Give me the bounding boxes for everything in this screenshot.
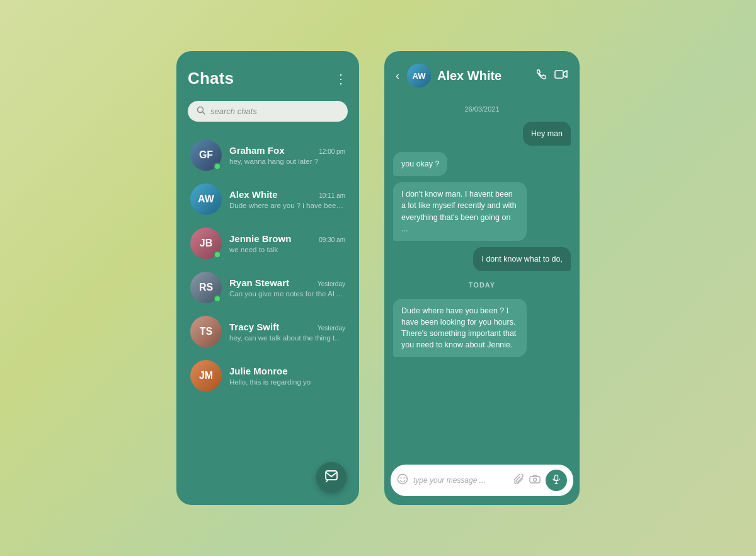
avatar: JM (190, 360, 222, 391)
chat-list-item[interactable]: GF Graham Fox 12:00 pm hey, wanna hang o… (188, 133, 348, 177)
chat-contact-name: Julie Monroe (229, 366, 288, 376)
more-options-icon[interactable]: ⋮ (335, 71, 348, 86)
date-label: 26/03/2021 (393, 105, 571, 113)
chat-info: Alex White 10:11 am Dude where are you ?… (229, 189, 345, 209)
avatar-wrap: AW (190, 183, 222, 215)
compose-icon (324, 469, 338, 486)
today-label: TODAY (393, 281, 571, 289)
avatar-wrap: GF (190, 139, 222, 171)
chat-list-item[interactable]: JB Jennie Brown 09:30 am we need to talk (188, 221, 348, 265)
message-bubble: Dude where have you been ? I have been l… (393, 299, 527, 357)
chat-time: 12:00 pm (319, 148, 345, 155)
chat-list-item[interactable]: AW Alex White 10:11 am Dude where are yo… (188, 177, 348, 221)
message-bubble: I dont know what to do, (473, 247, 571, 271)
chat-contact-name: Ryan Stewart (229, 277, 289, 288)
chat-contact-name: Jennie Brown (229, 233, 291, 244)
chat-list-item[interactable]: TS Tracy Swift Yesterday hey, can we tal… (188, 310, 348, 354)
avatar-wrap: TS (190, 316, 222, 347)
mic-button[interactable] (546, 470, 567, 491)
chat-info: Tracy Swift Yesterday hey, can we talk a… (229, 321, 345, 342)
new-message-fab[interactable] (316, 462, 346, 492)
attachment-icon[interactable] (514, 474, 524, 487)
chat-list: GF Graham Fox 12:00 pm hey, wanna hang o… (188, 133, 348, 494)
chat-info: Graham Fox 12:00 pm hey, wanna hang out … (229, 145, 345, 165)
message-bubble: I don't know man. I havent been a lot li… (393, 182, 527, 241)
search-bar[interactable]: search chats (188, 101, 348, 122)
search-input[interactable]: search chats (210, 107, 257, 116)
search-icon (197, 106, 205, 117)
avatar-wrap: JB (190, 228, 222, 259)
avatar: AW (190, 183, 222, 215)
chat-preview: hey, can we talk about the thing t... (229, 334, 345, 342)
online-indicator (214, 251, 221, 258)
online-indicator (214, 295, 221, 303)
camera-icon[interactable] (529, 475, 541, 486)
message-bubble: you okay ? (393, 152, 447, 176)
svg-point-6 (401, 477, 402, 478)
online-indicator (214, 163, 221, 170)
svg-point-7 (404, 477, 405, 478)
messages-area: 26/03/2021Hey manyou okay ?I don't know … (384, 96, 580, 457)
mic-icon (553, 475, 560, 487)
chats-header: Chats ⋮ (188, 69, 348, 88)
chat-info: Ryan Stewart Yesterday Can you give me n… (229, 277, 345, 298)
contact-name: Alex White (437, 69, 529, 83)
emoji-icon[interactable] (397, 473, 408, 487)
chat-preview: Dude where are you ? i have been ... (229, 202, 345, 209)
chats-panel: Chats ⋮ search chats GF Graham Fox 12:00… (176, 51, 359, 505)
chat-preview: hey, wanna hang out later ? (229, 158, 345, 165)
svg-line-1 (203, 112, 205, 115)
svg-point-9 (534, 478, 537, 482)
svg-rect-10 (555, 475, 558, 480)
back-button[interactable]: ‹ (396, 69, 399, 83)
avatar-wrap: JM (190, 360, 222, 391)
chat-contact-name: Tracy Swift (229, 321, 279, 332)
message-input[interactable]: type your message ... (413, 476, 509, 485)
chat-preview: Hello, this is regarding yo (229, 378, 345, 386)
chat-header: ‹ AW Alex White (384, 51, 580, 96)
svg-point-5 (398, 475, 408, 484)
chat-time: Yesterday (318, 325, 345, 332)
avatar: TS (190, 316, 222, 347)
chat-list-item[interactable]: JM Julie Monroe Hello, this is regarding… (188, 354, 348, 398)
contact-avatar: AW (407, 64, 431, 88)
input-row: type your message ... (391, 465, 573, 496)
chat-info: Jennie Brown 09:30 am we need to talk (229, 233, 345, 253)
phone-icon[interactable] (536, 69, 547, 83)
chat-panel: ‹ AW Alex White 26/03/2021Hey manyou oka… (384, 51, 580, 505)
chat-time: 09:30 am (319, 236, 345, 243)
chat-info: Julie Monroe Hello, this is regarding yo (229, 366, 345, 386)
chat-preview: we need to talk (229, 246, 345, 253)
chats-title: Chats (188, 69, 234, 88)
avatar-wrap: RS (190, 272, 222, 303)
chat-time: 10:11 am (319, 192, 345, 199)
message-input-area: type your message ... (384, 457, 580, 505)
svg-rect-8 (530, 477, 540, 483)
svg-rect-4 (555, 71, 563, 78)
message-bubble: Hey man (523, 122, 571, 146)
chat-time: Yesterday (318, 281, 345, 287)
chat-list-item[interactable]: RS Ryan Stewart Yesterday Can you give m… (188, 265, 348, 310)
video-icon[interactable] (554, 69, 568, 82)
chat-header-icons (536, 69, 568, 83)
chat-contact-name: Alex White (229, 189, 278, 200)
svg-rect-2 (326, 471, 337, 480)
chat-preview: Can you give me notes for the AI ... (229, 290, 345, 298)
chat-contact-name: Graham Fox (229, 145, 285, 156)
